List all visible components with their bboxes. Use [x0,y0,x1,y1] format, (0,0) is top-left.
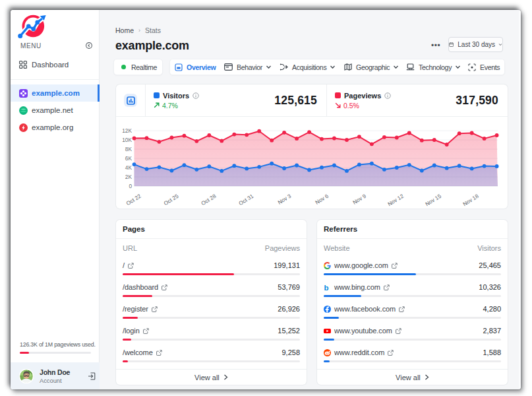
svg-text:Nov 12: Nov 12 [386,193,405,208]
svg-text:12K: 12K [122,127,132,134]
svg-text:Nov 6: Nov 6 [314,193,330,206]
svg-text:Oct 28: Oct 28 [200,193,217,207]
svg-text:Nov 3: Nov 3 [276,193,292,206]
svg-text:8K: 8K [125,146,133,152]
svg-text:Nov 15: Nov 15 [424,193,442,208]
svg-text:6K: 6K [125,155,133,162]
svg-text:Oct 22: Oct 22 [125,193,142,207]
svg-text:Oct 25: Oct 25 [162,193,179,207]
svg-text:b: b [324,284,329,291]
svg-text:Oct 31: Oct 31 [237,193,254,207]
svg-text:2K: 2K [125,174,133,180]
svg-text:0: 0 [129,183,132,189]
svg-text:Nov 9: Nov 9 [351,193,367,206]
svg-text:4K: 4K [125,164,133,171]
svg-text:10K: 10K [122,137,132,143]
svg-text:Nov 18: Nov 18 [461,193,480,208]
